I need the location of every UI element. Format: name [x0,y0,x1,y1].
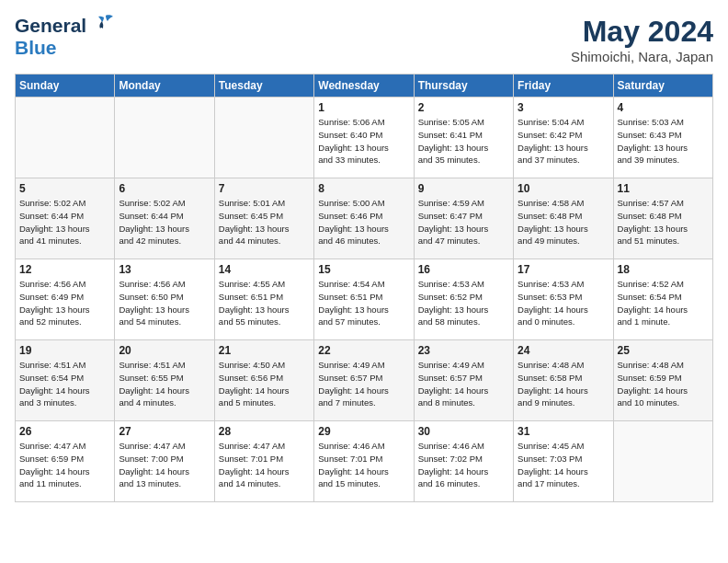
calendar-cell: 8Sunrise: 5:00 AM Sunset: 6:46 PM Daylig… [314,178,414,259]
logo-general: General [15,15,86,37]
day-number: 2 [418,101,509,114]
calendar-cell [214,98,313,178]
day-info: Sunrise: 5:03 AM Sunset: 6:43 PM Dayligh… [618,116,709,167]
day-number: 21 [219,344,310,357]
calendar-cell: 26Sunrise: 4:47 AM Sunset: 6:59 PM Dayli… [16,421,115,502]
logo: General Blue [15,15,117,59]
title-block: May 2024 Shimoichi, Nara, Japan [571,15,713,64]
day-number: 16 [418,263,509,276]
day-number: 3 [518,101,609,114]
day-info: Sunrise: 4:53 AM Sunset: 6:52 PM Dayligh… [418,278,509,328]
day-info: Sunrise: 4:54 AM Sunset: 6:51 PM Dayligh… [318,278,409,328]
day-number: 4 [618,101,709,114]
day-info: Sunrise: 4:59 AM Sunset: 6:47 PM Dayligh… [418,197,509,247]
day-info: Sunrise: 4:50 AM Sunset: 6:56 PM Dayligh… [219,359,310,409]
calendar-cell [16,98,115,178]
logo-blue: Blue [15,37,57,58]
day-info: Sunrise: 4:56 AM Sunset: 6:49 PM Dayligh… [19,278,110,328]
day-number: 27 [119,425,210,438]
header-day-tuesday: Tuesday [214,75,313,98]
day-info: Sunrise: 4:51 AM Sunset: 6:55 PM Dayligh… [119,359,210,409]
day-number: 11 [618,182,709,195]
day-info: Sunrise: 4:56 AM Sunset: 6:50 PM Dayligh… [119,278,210,328]
header-day-thursday: Thursday [414,75,513,98]
day-number: 10 [518,182,609,195]
calendar-cell: 16Sunrise: 4:53 AM Sunset: 6:52 PM Dayli… [414,259,513,340]
day-number: 13 [119,263,210,276]
calendar-week-1: 1Sunrise: 5:06 AM Sunset: 6:40 PM Daylig… [16,98,713,178]
day-number: 24 [518,344,609,357]
day-info: Sunrise: 5:02 AM Sunset: 6:44 PM Dayligh… [19,197,110,247]
day-number: 25 [618,344,709,357]
calendar-cell: 14Sunrise: 4:55 AM Sunset: 6:51 PM Dayli… [214,259,313,340]
day-info: Sunrise: 4:48 AM Sunset: 6:58 PM Dayligh… [518,359,609,409]
day-info: Sunrise: 4:49 AM Sunset: 6:57 PM Dayligh… [418,359,509,409]
calendar-cell: 3Sunrise: 5:04 AM Sunset: 6:42 PM Daylig… [514,98,613,178]
day-info: Sunrise: 4:58 AM Sunset: 6:48 PM Dayligh… [518,197,609,247]
calendar-table: SundayMondayTuesdayWednesdayThursdayFrid… [15,74,713,502]
calendar-cell: 25Sunrise: 4:48 AM Sunset: 6:59 PM Dayli… [613,340,712,421]
calendar-cell: 9Sunrise: 4:59 AM Sunset: 6:47 PM Daylig… [414,178,513,259]
month-title: May 2024 [571,15,713,49]
header-day-saturday: Saturday [613,75,712,98]
day-number: 6 [119,182,210,195]
calendar-week-2: 5Sunrise: 5:02 AM Sunset: 6:44 PM Daylig… [16,178,713,259]
calendar-cell [613,421,712,502]
day-number: 15 [318,263,409,276]
day-number: 31 [518,425,609,438]
day-number: 14 [219,263,310,276]
day-info: Sunrise: 4:49 AM Sunset: 6:57 PM Dayligh… [318,359,409,409]
day-info: Sunrise: 4:51 AM Sunset: 6:54 PM Dayligh… [19,359,110,409]
calendar-cell: 20Sunrise: 4:51 AM Sunset: 6:55 PM Dayli… [115,340,214,421]
day-number: 5 [19,182,110,195]
calendar-cell: 11Sunrise: 4:57 AM Sunset: 6:48 PM Dayli… [613,178,712,259]
calendar-cell [115,98,214,178]
calendar-cell: 29Sunrise: 4:46 AM Sunset: 7:01 PM Dayli… [314,421,414,502]
day-info: Sunrise: 5:01 AM Sunset: 6:45 PM Dayligh… [219,197,310,247]
calendar-week-3: 12Sunrise: 4:56 AM Sunset: 6:49 PM Dayli… [16,259,713,340]
day-number: 12 [19,263,110,276]
day-number: 22 [318,344,409,357]
calendar-cell: 17Sunrise: 4:53 AM Sunset: 6:53 PM Dayli… [514,259,613,340]
day-number: 18 [618,263,709,276]
day-number: 17 [518,263,609,276]
page-header: General Blue May 2024 Shimoichi, Nara, J… [15,15,713,64]
day-info: Sunrise: 5:06 AM Sunset: 6:40 PM Dayligh… [318,116,409,167]
day-info: Sunrise: 5:02 AM Sunset: 6:44 PM Dayligh… [119,197,210,247]
day-info: Sunrise: 4:57 AM Sunset: 6:48 PM Dayligh… [618,197,709,247]
day-number: 7 [219,182,310,195]
day-info: Sunrise: 5:04 AM Sunset: 6:42 PM Dayligh… [518,116,609,167]
calendar-cell: 19Sunrise: 4:51 AM Sunset: 6:54 PM Dayli… [16,340,115,421]
calendar-cell: 10Sunrise: 4:58 AM Sunset: 6:48 PM Dayli… [514,178,613,259]
day-info: Sunrise: 4:53 AM Sunset: 6:53 PM Dayligh… [518,278,609,328]
calendar-cell: 31Sunrise: 4:45 AM Sunset: 7:03 PM Dayli… [514,421,613,502]
calendar-cell: 6Sunrise: 5:02 AM Sunset: 6:44 PM Daylig… [115,178,214,259]
day-info: Sunrise: 4:48 AM Sunset: 6:59 PM Dayligh… [618,359,709,409]
calendar-cell: 1Sunrise: 5:06 AM Sunset: 6:40 PM Daylig… [314,98,414,178]
calendar-cell: 18Sunrise: 4:52 AM Sunset: 6:54 PM Dayli… [613,259,712,340]
calendar-week-5: 26Sunrise: 4:47 AM Sunset: 6:59 PM Dayli… [16,421,713,502]
calendar-body: 1Sunrise: 5:06 AM Sunset: 6:40 PM Daylig… [16,98,713,502]
day-info: Sunrise: 4:46 AM Sunset: 7:02 PM Dayligh… [418,440,509,490]
day-number: 8 [318,182,409,195]
location-title: Shimoichi, Nara, Japan [571,49,713,64]
day-number: 30 [418,425,509,438]
calendar-cell: 13Sunrise: 4:56 AM Sunset: 6:50 PM Dayli… [115,259,214,340]
calendar-cell: 28Sunrise: 4:47 AM Sunset: 7:01 PM Dayli… [214,421,313,502]
day-info: Sunrise: 5:00 AM Sunset: 6:46 PM Dayligh… [318,197,409,247]
day-info: Sunrise: 4:52 AM Sunset: 6:54 PM Dayligh… [618,278,709,328]
day-number: 20 [119,344,210,357]
calendar-cell: 2Sunrise: 5:05 AM Sunset: 6:41 PM Daylig… [414,98,513,178]
calendar-cell: 24Sunrise: 4:48 AM Sunset: 6:58 PM Dayli… [514,340,613,421]
day-info: Sunrise: 4:45 AM Sunset: 7:03 PM Dayligh… [518,440,609,490]
header-day-wednesday: Wednesday [314,75,414,98]
header-day-monday: Monday [115,75,214,98]
day-number: 26 [19,425,110,438]
day-info: Sunrise: 4:47 AM Sunset: 7:01 PM Dayligh… [219,440,310,490]
day-info: Sunrise: 4:55 AM Sunset: 6:51 PM Dayligh… [219,278,310,328]
calendar-week-4: 19Sunrise: 4:51 AM Sunset: 6:54 PM Dayli… [16,340,713,421]
header-day-friday: Friday [514,75,613,98]
calendar-cell: 4Sunrise: 5:03 AM Sunset: 6:43 PM Daylig… [613,98,712,178]
calendar-cell: 27Sunrise: 4:47 AM Sunset: 7:00 PM Dayli… [115,421,214,502]
calendar-cell: 21Sunrise: 4:50 AM Sunset: 6:56 PM Dayli… [214,340,313,421]
